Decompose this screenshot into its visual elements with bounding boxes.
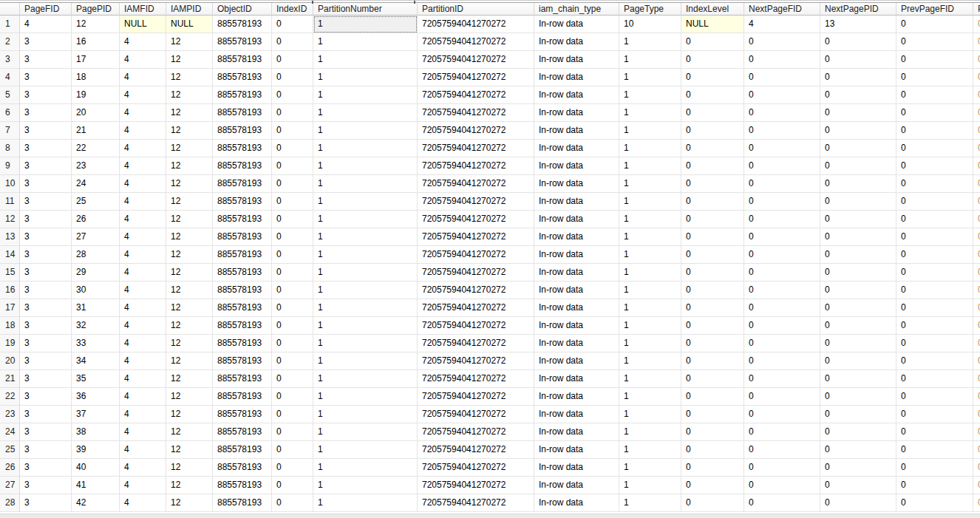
cell-NextPagePID[interactable]: 0 — [820, 317, 896, 335]
cell-IndexID[interactable]: 0 — [272, 299, 313, 317]
column-header-NextPagePID[interactable]: NextPagePID — [820, 3, 896, 16]
cell-PrevPageFID[interactable]: 0 — [896, 193, 973, 211]
cell-PartitionNumber[interactable]: 1 — [313, 264, 418, 282]
cell-PagePID[interactable]: 25 — [72, 193, 120, 211]
cell-iam_chain_type[interactable]: In-row data — [534, 211, 619, 228]
column-header-PageFID[interactable]: PageFID — [20, 3, 72, 16]
cell-IAMPID[interactable]: 12 — [166, 477, 213, 494]
column-header-IndexLevel[interactable]: IndexLevel — [681, 3, 744, 16]
cell-IndexLevel[interactable]: 0 — [681, 157, 744, 175]
cell-PartitionID[interactable]: 72057594041270272 — [418, 423, 534, 441]
cell-IAMFID[interactable]: 4 — [120, 335, 166, 352]
cell-PagePID[interactable]: 34 — [72, 352, 120, 370]
cell-PrevPagePID[interactable]: 0 — [973, 494, 980, 512]
column-header-IAMPID[interactable]: IAMPID — [166, 3, 213, 16]
cell-IAMPID[interactable]: 12 — [166, 317, 213, 335]
column-header-PrevPageFID[interactable]: PrevPageFID — [896, 3, 973, 16]
cell-PagePID[interactable]: 16 — [72, 33, 120, 51]
cell-IndexLevel[interactable]: 0 — [681, 193, 744, 211]
cell-IndexLevel[interactable]: 0 — [681, 459, 744, 477]
cell-IAMFID[interactable]: 4 — [120, 51, 166, 69]
cell-NextPageFID[interactable]: 0 — [744, 388, 820, 406]
row-header[interactable]: 8 — [0, 140, 20, 157]
row-header[interactable]: 24 — [0, 423, 20, 441]
cell-IndexID[interactable]: 0 — [272, 122, 313, 140]
cell-PagePID[interactable]: 37 — [72, 406, 120, 423]
cell-NextPagePID[interactable]: 0 — [820, 388, 896, 406]
cell-PageFID[interactable]: 3 — [20, 282, 72, 299]
cell-PageType[interactable]: 1 — [619, 370, 681, 388]
cell-PrevPagePID[interactable]: 0 — [973, 193, 980, 211]
cell-PageFID[interactable]: 3 — [20, 69, 72, 86]
cell-PageType[interactable]: 1 — [619, 140, 681, 157]
cell-IAMPID[interactable]: 12 — [166, 494, 213, 512]
cell-PageFID[interactable]: 3 — [20, 193, 72, 211]
cell-NextPagePID[interactable]: 0 — [820, 157, 896, 175]
cell-PartitionID[interactable]: 72057594041270272 — [418, 352, 534, 370]
cell-NextPagePID[interactable]: 0 — [820, 370, 896, 388]
cell-ObjectID[interactable]: 885578193 — [213, 494, 272, 512]
cell-iam_chain_type[interactable]: In-row data — [534, 51, 619, 69]
cell-PrevPagePID[interactable]: 0 — [973, 264, 980, 282]
cell-IndexLevel[interactable]: 0 — [681, 122, 744, 140]
cell-PartitionNumber[interactable]: 1 — [313, 16, 418, 33]
cell-PageType[interactable]: 1 — [619, 86, 681, 104]
cell-NextPageFID[interactable]: 0 — [744, 211, 820, 228]
cell-iam_chain_type[interactable]: In-row data — [534, 33, 619, 51]
cell-PartitionNumber[interactable]: 1 — [313, 441, 418, 459]
cell-PageType[interactable]: 1 — [619, 441, 681, 459]
cell-iam_chain_type[interactable]: In-row data — [534, 16, 619, 33]
cell-PrevPagePID[interactable]: 0 — [973, 228, 980, 246]
column-header-PartitionNumber[interactable]: PartitionNumber — [313, 3, 418, 16]
cell-iam_chain_type[interactable]: In-row data — [534, 104, 619, 122]
column-header-iam_chain_type[interactable]: iam_chain_type — [534, 3, 619, 16]
cell-ObjectID[interactable]: 885578193 — [213, 175, 272, 193]
cell-PageFID[interactable]: 3 — [20, 86, 72, 104]
cell-iam_chain_type[interactable]: In-row data — [534, 441, 619, 459]
cell-PageType[interactable]: 1 — [619, 299, 681, 317]
cell-NextPagePID[interactable]: 0 — [820, 228, 896, 246]
cell-IAMPID[interactable]: 12 — [166, 51, 213, 69]
row-header[interactable]: 28 — [0, 494, 20, 512]
cell-iam_chain_type[interactable]: In-row data — [534, 264, 619, 282]
cell-PagePID[interactable]: 41 — [72, 477, 120, 494]
cell-IndexID[interactable]: 0 — [272, 370, 313, 388]
cell-PartitionID[interactable]: 72057594041270272 — [418, 494, 534, 512]
cell-IndexID[interactable]: 0 — [272, 282, 313, 299]
cell-iam_chain_type[interactable]: In-row data — [534, 193, 619, 211]
cell-PrevPagePID[interactable]: 0 — [973, 459, 980, 477]
cell-PrevPagePID[interactable]: 0 — [973, 370, 980, 388]
cell-PageType[interactable]: 1 — [619, 494, 681, 512]
cell-PartitionNumber[interactable]: 1 — [313, 157, 418, 175]
cell-IAMFID[interactable]: 4 — [120, 211, 166, 228]
cell-ObjectID[interactable]: 885578193 — [213, 140, 272, 157]
cell-IndexLevel[interactable]: 0 — [681, 441, 744, 459]
cell-ObjectID[interactable]: 885578193 — [213, 33, 272, 51]
grid-viewport[interactable]: PageFIDPagePIDIAMFIDIAMPIDObjectIDIndexI… — [0, 3, 980, 512]
cell-PageFID[interactable]: 3 — [20, 175, 72, 193]
cell-PartitionID[interactable]: 72057594041270272 — [418, 157, 534, 175]
cell-PrevPageFID[interactable]: 0 — [896, 352, 973, 370]
cell-IndexID[interactable]: 0 — [272, 228, 313, 246]
cell-NextPageFID[interactable]: 0 — [744, 122, 820, 140]
cell-IndexLevel[interactable]: 0 — [681, 69, 744, 86]
cell-PartitionNumber[interactable]: 1 — [313, 193, 418, 211]
cell-PrevPageFID[interactable]: 0 — [896, 69, 973, 86]
cell-IAMPID[interactable]: 12 — [166, 33, 213, 51]
cell-iam_chain_type[interactable]: In-row data — [534, 494, 619, 512]
cell-PartitionID[interactable]: 72057594041270272 — [418, 16, 534, 33]
row-header[interactable]: 3 — [0, 51, 20, 69]
column-header-IAMFID[interactable]: IAMFID — [120, 3, 166, 16]
cell-IndexLevel[interactable]: 0 — [681, 175, 744, 193]
cell-ObjectID[interactable]: 885578193 — [213, 335, 272, 352]
row-header[interactable]: 26 — [0, 459, 20, 477]
cell-PrevPagePID[interactable]: 0 — [973, 406, 980, 423]
cell-ObjectID[interactable]: 885578193 — [213, 69, 272, 86]
cell-PagePID[interactable]: 17 — [72, 51, 120, 69]
cell-PartitionID[interactable]: 72057594041270272 — [418, 228, 534, 246]
cell-PartitionID[interactable]: 72057594041270272 — [418, 86, 534, 104]
cell-PageFID[interactable]: 3 — [20, 122, 72, 140]
cell-IAMPID[interactable]: 12 — [166, 388, 213, 406]
cell-PageType[interactable]: 1 — [619, 104, 681, 122]
cell-PartitionNumber[interactable]: 1 — [313, 388, 418, 406]
